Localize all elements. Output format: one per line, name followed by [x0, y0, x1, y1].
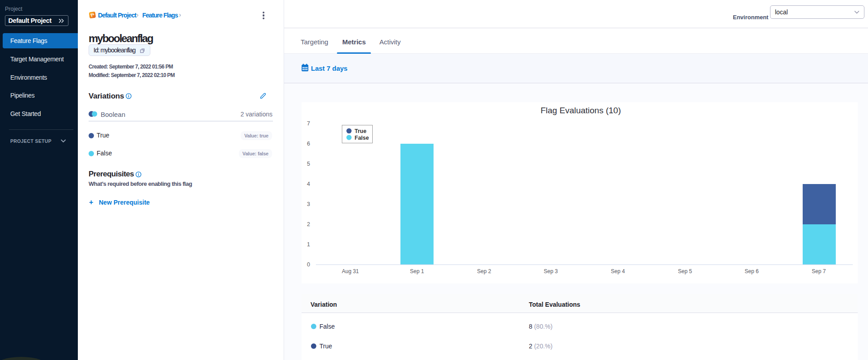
svg-text:5: 5: [307, 161, 310, 167]
svg-text:Aug 31: Aug 31: [342, 268, 359, 274]
svg-text:Sep 2: Sep 2: [477, 268, 491, 274]
svg-text:Flag Evaluations (10): Flag Evaluations (10): [540, 106, 621, 115]
svg-text:Sep 1: Sep 1: [410, 268, 424, 274]
svg-text:Sep 6: Sep 6: [745, 268, 759, 274]
svg-text:Sep 7: Sep 7: [812, 268, 826, 274]
svg-text:0: 0: [307, 261, 310, 268]
svg-text:2: 2: [307, 221, 310, 227]
svg-text:1: 1: [307, 241, 310, 248]
svg-text:6: 6: [307, 141, 310, 147]
svg-text:Sep 4: Sep 4: [611, 268, 625, 274]
svg-text:Sep 3: Sep 3: [544, 268, 558, 274]
svg-text:7: 7: [307, 120, 310, 127]
svg-text:4: 4: [307, 181, 310, 187]
svg-text:Sep 5: Sep 5: [678, 268, 692, 274]
svg-text:False: False: [355, 135, 369, 141]
svg-text:True: True: [355, 128, 366, 134]
svg-text:3: 3: [307, 201, 310, 207]
